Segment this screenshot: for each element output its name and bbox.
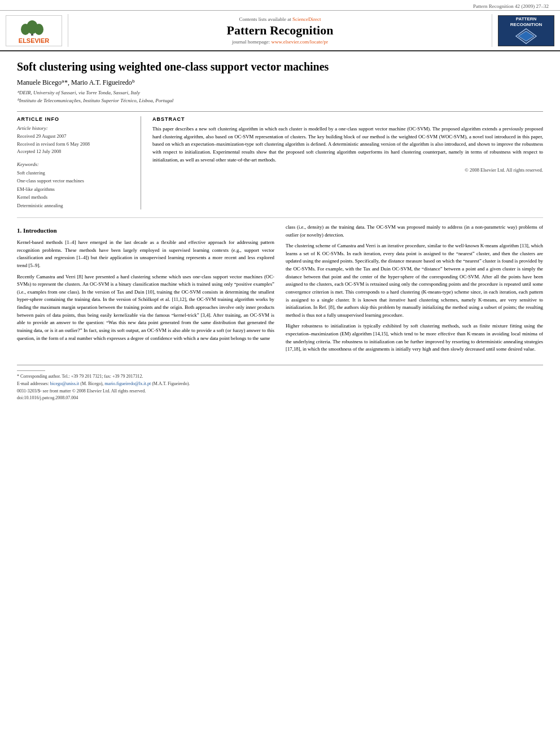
sciencedirect-prefix: Contents lists available at <box>239 16 292 22</box>
pr-logo-title-line2: RECOGNITION <box>510 22 542 28</box>
affiliations: ᵃDEIR, University of Sassari, via Torre … <box>17 89 543 104</box>
email-1-name: (M. Bicego), <box>80 381 104 386</box>
doi-notice: 0031-3203/$- see front matter © 2008 Els… <box>17 388 146 394</box>
keyword-3: EM-like algorithms <box>17 185 135 193</box>
intro-para-4: The clustering scheme of Camastra and Ve… <box>286 242 543 319</box>
article-history-label: Article history: <box>17 125 135 131</box>
email-line: E-mail addresses: bicego@uniss.it (M. Bi… <box>17 381 543 388</box>
intro-para-1: Kernel-based methods [1–4] have emerged … <box>17 239 274 270</box>
abstract-title: ABSTRACT <box>152 116 543 122</box>
affiliation-a: ᵃDEIR, University of Sassari, via Torre … <box>17 89 543 97</box>
email-2-name: (M.A.T. Figueiredo). <box>152 381 190 386</box>
section-divider <box>17 217 543 218</box>
article-info-title: ARTICLE INFO <box>17 116 135 122</box>
doi-line: 0031-3203/$- see front matter © 2008 Els… <box>17 388 543 395</box>
elsevier-logo-container: ELSEVIER <box>6 15 68 46</box>
article-dates: Received 29 August 2007 Received in revi… <box>17 133 135 156</box>
paper-title: Soft clustering using weighted one-class… <box>17 59 543 74</box>
keyword-2: One-class support vector machines <box>17 177 135 185</box>
sciencedirect-link[interactable]: ScienceDirect <box>292 16 321 22</box>
authors-line: Manuele Bicegoᵃ*, Mario A.T. Figueiredoᵇ <box>17 78 543 87</box>
body-left-column: 1. Introduction Kernel-based methods [1–… <box>17 224 274 357</box>
journal-header: Pattern Recognition 42 (2009) 27–32 <box>0 0 560 11</box>
footnote-divider <box>17 370 45 371</box>
footnotes-section: * Corresponding author. Tel.: +39 79 201… <box>17 365 543 402</box>
abstract-text: This paper describes a new soft clusteri… <box>152 125 543 164</box>
pr-logo-container: PATTERN RECOGNITION <box>492 15 554 46</box>
pr-logo-icon <box>515 28 537 45</box>
main-content: Soft clustering using weighted one-class… <box>0 51 560 408</box>
elsevier-logo: ELSEVIER <box>6 15 62 46</box>
revised-date: Received in revised form 6 May 2008 <box>17 141 135 148</box>
svg-point-3 <box>34 24 43 35</box>
banner-center: Contents lists available at ScienceDirec… <box>68 14 492 47</box>
corresponding-author-note: * Corresponding author. Tel.: +39 79 201… <box>17 373 543 381</box>
keyword-4: Kernel methods <box>17 193 135 201</box>
svg-point-2 <box>21 24 30 35</box>
article-info-column: ARTICLE INFO Article history: Received 2… <box>17 116 141 209</box>
doi-value: doi:10.1016/j.patcog.2008.07.004 <box>17 395 543 402</box>
homepage-prefix: journal homepage: <box>232 39 271 45</box>
pattern-recognition-logo: PATTERN RECOGNITION <box>498 15 554 46</box>
info-abstract-section: ARTICLE INFO Article history: Received 2… <box>17 111 543 209</box>
sciencedirect-line: Contents lists available at ScienceDirec… <box>74 16 486 22</box>
received-date: Received 29 August 2007 <box>17 133 135 141</box>
journal-title: Pattern Recognition <box>74 23 486 38</box>
accepted-date: Accepted 12 July 2008 <box>17 148 135 156</box>
email-1-link[interactable]: bicego@uniss.it <box>50 381 80 386</box>
homepage-link[interactable]: www.elsevier.com/locate/pr <box>272 39 328 45</box>
journal-banner: ELSEVIER Contents lists available at Sci… <box>0 11 560 51</box>
keywords-label: Keywords: <box>17 161 135 167</box>
affiliation-b: ᵇInstituto de Telecomunicações, Institut… <box>17 97 543 105</box>
journal-homepage-line: journal homepage: www.elsevier.com/locat… <box>74 39 486 45</box>
intro-para-3: class (i.e., density) as the training da… <box>286 224 543 239</box>
email-label: E-mail addresses: <box>17 381 50 386</box>
introduction-heading: 1. Introduction <box>17 226 274 235</box>
elsevier-tree-icon <box>14 17 54 37</box>
body-columns: 1. Introduction Kernel-based methods [1–… <box>17 224 543 357</box>
keywords-list: Soft clustering One-class support vector… <box>17 169 135 209</box>
elsevier-brand-text: ELSEVIER <box>19 37 49 44</box>
body-right-column: class (i.e., density) as the training da… <box>286 224 543 357</box>
intro-para-2: Recently Camastra and Verri [8] have pre… <box>17 273 274 343</box>
email-2-link[interactable]: mario.figueiredo@lx.it.pt <box>104 381 151 386</box>
keyword-1: Soft clustering <box>17 169 135 177</box>
intro-para-5: Higher robustness to initialization is t… <box>286 322 543 353</box>
journal-citation: Pattern Recognition 42 (2009) 27–32 <box>473 3 549 9</box>
abstract-column: ABSTRACT This paper describes a new soft… <box>152 116 543 209</box>
keyword-5: Deterministic annealing <box>17 202 135 209</box>
author-names: Manuele Bicegoᵃ*, Mario A.T. Figueiredoᵇ <box>17 78 135 86</box>
copyright-notice: © 2008 Elsevier Ltd. All rights reserved… <box>152 167 543 173</box>
pr-logo-title-line1: PATTERN <box>516 16 537 22</box>
